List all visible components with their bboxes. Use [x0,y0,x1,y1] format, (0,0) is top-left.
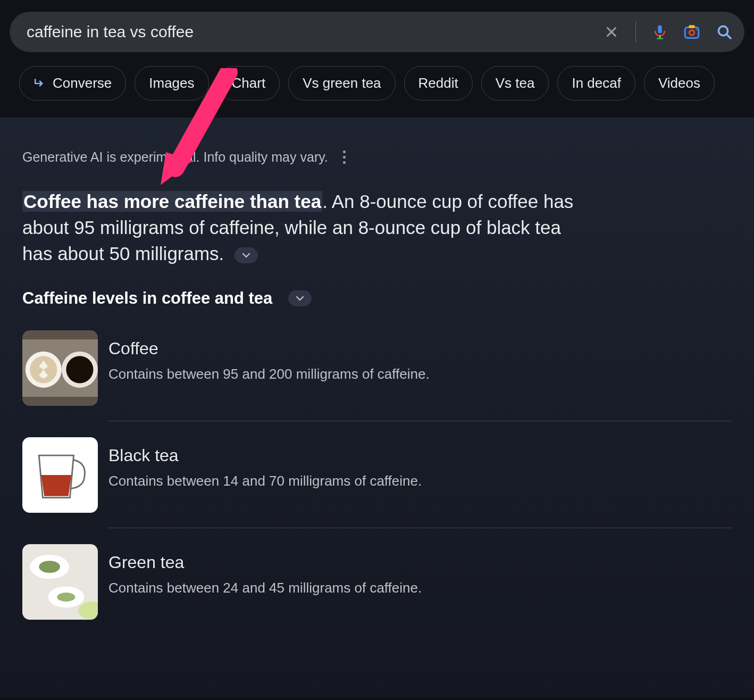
chip-label: Converse [53,75,112,91]
chip-label: Reddit [418,75,458,91]
chip-converse[interactable]: Converse [19,66,126,101]
divider [107,528,732,528]
svg-point-6 [696,29,697,30]
ai-summary-highlight: Coffee has more caffeine than tea [22,191,322,212]
item-title: Green tea [108,553,422,572]
chip-reddit[interactable]: Reddit [404,66,473,101]
chip-chart[interactable]: Chart [217,66,280,101]
chip-vs-green-tea[interactable]: Vs green tea [288,66,395,101]
search-input[interactable] [27,23,604,41]
list-item: Green tea Contains between 24 and 45 mil… [22,544,732,635]
ai-overview-panel: Generative AI is experimental. Info qual… [0,118,754,697]
svg-line-8 [727,35,731,38]
svg-rect-0 [658,26,662,34]
chip-label: Vs green tea [303,75,381,91]
list-item: Black tea Contains between 14 and 70 mil… [22,437,732,528]
search-bar[interactable] [10,12,744,52]
chip-label: Chart [232,75,266,91]
item-desc: Contains between 24 and 45 milligrams of… [108,580,422,596]
svg-point-14 [66,356,93,383]
list-item: Coffee Contains between 95 and 200 milli… [22,330,732,421]
more-options-icon[interactable] [340,147,349,167]
search-icon[interactable] [716,23,733,40]
chip-label: Images [149,75,194,91]
item-title: Coffee [108,339,430,359]
chip-label: In decaf [572,75,621,91]
image-search-icon[interactable] [683,23,701,41]
chip-videos[interactable]: Videos [644,66,715,101]
expand-subheading-icon[interactable] [288,290,312,306]
suggestion-chips: Converse Images Chart Vs green tea Reddi… [10,52,744,118]
ai-summary: Coffee has more caffeine than tea. An 8-… [22,188,586,266]
svg-point-18 [39,561,60,573]
thumbnail-coffee [22,330,98,406]
thumbnail-black-tea [22,437,98,513]
chip-label: Videos [658,75,700,91]
expand-summary-icon[interactable] [234,247,258,263]
divider [635,21,636,43]
chip-images[interactable]: Images [135,66,208,101]
svg-point-4 [689,30,694,35]
voice-search-icon[interactable] [652,23,668,41]
chip-in-decaf[interactable]: In decaf [557,66,635,101]
divider [107,421,732,421]
svg-point-20 [57,593,75,602]
item-desc: Contains between 95 and 200 milligrams o… [108,366,430,382]
thumbnail-green-tea [22,544,98,620]
item-desc: Contains between 14 and 70 milligrams of… [108,473,422,489]
ai-disclaimer: Generative AI is experimental. Info qual… [22,149,328,165]
clear-icon[interactable] [604,24,619,40]
svg-rect-5 [689,25,694,28]
item-title: Black tea [108,446,422,465]
ai-subheading: Caffeine levels in coffee and tea [22,289,272,308]
chip-label: Vs tea [496,75,535,91]
converse-arrow-icon [33,78,47,89]
chip-vs-tea[interactable]: Vs tea [481,66,549,101]
